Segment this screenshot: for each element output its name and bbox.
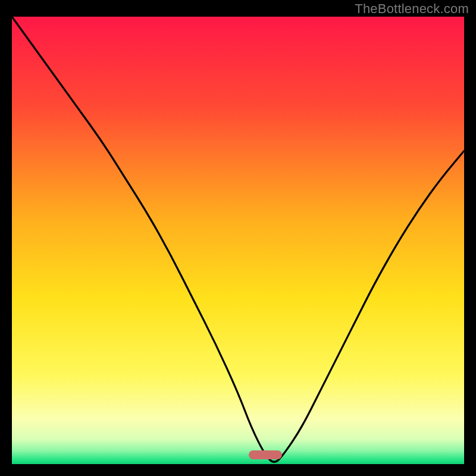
optimum-marker-pill [249,450,282,459]
chart-svg [12,17,464,464]
watermark-text: TheBottleneck.com [355,1,469,17]
optimum-marker [249,450,282,459]
plot-area [12,17,464,464]
chart-container: TheBottleneck.com [0,0,476,476]
gradient-background [12,17,464,464]
